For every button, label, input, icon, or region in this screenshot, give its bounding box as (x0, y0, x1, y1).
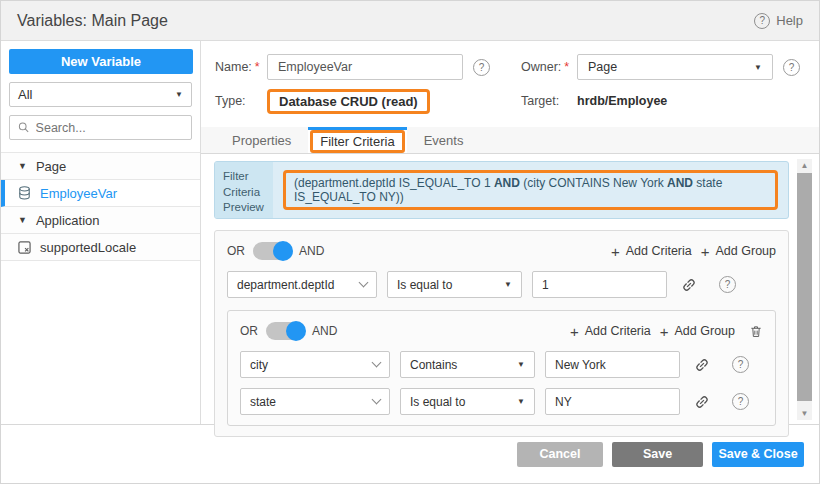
type-value-highlighted: Database CRUD (read) (267, 89, 430, 114)
question-icon[interactable]: ? (473, 59, 490, 76)
delete-group-button[interactable] (749, 324, 763, 339)
field-select[interactable]: state (240, 388, 390, 415)
caret-down-icon: ▼ (18, 161, 27, 171)
plus-icon: + (701, 244, 710, 259)
chevron-down-icon (372, 395, 382, 405)
owner-label: Owner:* (521, 60, 577, 74)
variable-type-filter-value: All (18, 87, 32, 102)
add-criteria-button[interactable]: + Add Criteria (611, 244, 692, 259)
tab-properties[interactable]: Properties (215, 127, 308, 153)
filter-preview-label: Filter Criteria Preview (215, 162, 273, 218)
filter-preview-box: Filter Criteria Preview (department.dept… (214, 161, 789, 219)
question-icon[interactable]: ? (719, 276, 736, 293)
name-label: Name:* (215, 60, 267, 74)
plus-icon: + (570, 324, 579, 339)
field-select[interactable]: department.deptId (227, 271, 377, 298)
owner-select[interactable]: Page ▼ (577, 54, 773, 80)
save-close-button[interactable]: Save & Close (712, 442, 804, 467)
tree-group-application[interactable]: ▼ Application (1, 207, 200, 234)
caret-down-icon: ▼ (18, 215, 27, 225)
criteria-group: OR AND + Add Criteria + Add Group (214, 230, 789, 437)
operator-select-value: Contains (410, 358, 457, 372)
question-icon[interactable]: ? (783, 59, 800, 76)
or-label: OR (240, 324, 258, 338)
field-select-value: department.deptId (237, 278, 334, 292)
required-asterisk: * (255, 60, 260, 74)
and-label: AND (312, 324, 337, 338)
or-label: OR (227, 244, 245, 258)
caret-down-icon: ▼ (517, 360, 525, 369)
caret-down-icon: ▼ (754, 63, 762, 72)
search-box (9, 115, 192, 140)
criteria-row: state Is equal to ▼ ? (240, 388, 763, 415)
question-icon[interactable]: ? (732, 356, 749, 373)
target-label: Target: (521, 94, 577, 108)
add-criteria-button[interactable]: + Add Criteria (570, 324, 651, 339)
scroll-down-icon[interactable]: ▼ (797, 407, 812, 420)
operator-select[interactable]: Is equal to ▼ (387, 271, 522, 298)
toggle-knob (286, 321, 306, 341)
dialog-header: Variables: Main Page ? Help (1, 1, 819, 41)
tree-item-label: supportedLocale (40, 240, 136, 255)
filter-criteria-panel: Filter Criteria Preview (department.dept… (201, 154, 819, 424)
field-select[interactable]: city (240, 351, 390, 378)
criteria-row: city Contains ▼ ? (240, 351, 763, 378)
name-field[interactable] (267, 54, 463, 80)
operator-select-value: Is equal to (397, 278, 452, 292)
or-and-toggle[interactable] (266, 322, 304, 340)
caret-down-icon: ▼ (504, 280, 512, 289)
help-icon: ? (754, 13, 770, 29)
filter-preview-text: (department.deptId IS_EQUAL_TO 1 AND (ci… (283, 170, 778, 210)
variables-sidebar: New Variable All ▼ ▼ Page EmployeeVar (1, 41, 201, 424)
value-input[interactable] (532, 271, 667, 298)
new-variable-button[interactable]: New Variable (9, 49, 193, 74)
tree-item-supportedlocale[interactable]: supportedLocale (1, 234, 200, 261)
or-and-toggle[interactable] (253, 242, 291, 260)
model-variable-icon (18, 241, 31, 254)
operator-select[interactable]: Contains ▼ (400, 351, 535, 378)
variable-type-filter-select[interactable]: All ▼ (9, 82, 192, 107)
search-input[interactable] (36, 121, 183, 135)
tree-group-label: Page (36, 159, 66, 174)
save-button[interactable]: Save (612, 442, 703, 467)
type-label: Type: (215, 94, 267, 108)
scrollbar-thumb[interactable] (797, 173, 812, 401)
tree-item-employeevar[interactable]: EmployeeVar (1, 180, 200, 207)
bind-link-icon[interactable] (694, 394, 710, 410)
and-label: AND (299, 244, 324, 258)
criteria-row: department.deptId Is equal to ▼ ? (227, 271, 776, 298)
operator-select[interactable]: Is equal to ▼ (400, 388, 535, 415)
chevron-down-icon (359, 278, 369, 288)
vertical-scrollbar[interactable]: ▲ ▼ (797, 159, 812, 420)
help-label: Help (776, 13, 803, 28)
cancel-button[interactable]: Cancel (517, 442, 603, 467)
required-asterisk: * (564, 60, 569, 74)
chevron-down-icon (372, 358, 382, 368)
question-icon[interactable]: ? (732, 393, 749, 410)
variable-editor: Name:* ? Owner:* Page ▼ ? (201, 41, 819, 424)
variables-tree: ▼ Page EmployeeVar ▼ Application support… (1, 152, 200, 261)
tab-filter-criteria-label: Filter Criteria (310, 130, 404, 153)
tab-filter-criteria[interactable]: Filter Criteria (308, 127, 406, 153)
help-button[interactable]: ? Help (754, 13, 803, 29)
page-title: Variables: Main Page (17, 12, 168, 30)
value-input[interactable] (545, 388, 680, 415)
variables-dialog: Variables: Main Page ? Help New Variable… (0, 0, 820, 484)
bind-link-icon[interactable] (694, 357, 710, 373)
plus-icon: + (660, 324, 669, 339)
caret-down-icon: ▼ (517, 397, 525, 406)
value-input[interactable] (545, 351, 680, 378)
bind-link-icon[interactable] (681, 277, 697, 293)
add-group-button[interactable]: + Add Group (660, 324, 735, 339)
tab-events[interactable]: Events (407, 127, 481, 153)
tree-group-page[interactable]: ▼ Page (1, 153, 200, 180)
target-value: hrdb/Employee (577, 94, 667, 108)
tree-group-label: Application (36, 213, 100, 228)
owner-select-value: Page (588, 60, 617, 74)
scroll-up-icon[interactable]: ▲ (797, 159, 812, 172)
add-group-button[interactable]: + Add Group (701, 244, 776, 259)
trash-icon (749, 324, 763, 339)
search-icon (18, 121, 30, 134)
field-select-value: city (250, 358, 268, 372)
tree-item-label: EmployeeVar (40, 186, 117, 201)
